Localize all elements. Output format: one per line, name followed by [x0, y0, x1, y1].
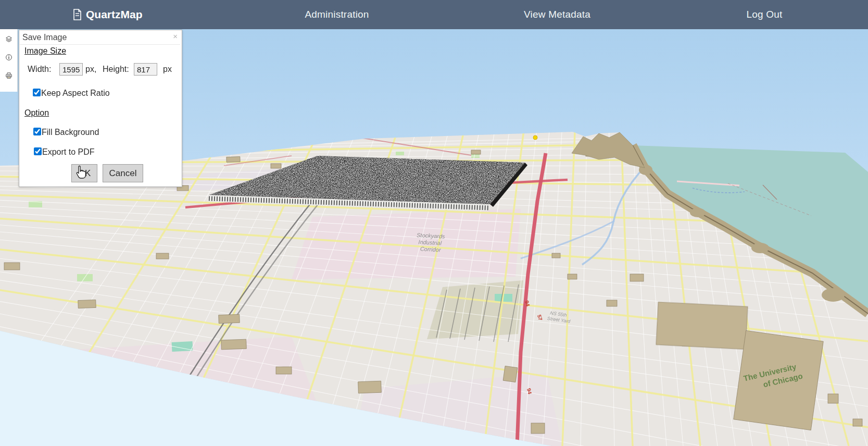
print-button[interactable] — [2, 69, 16, 82]
info-button[interactable] — [2, 51, 16, 64]
nav-log-out[interactable]: Log Out — [746, 0, 782, 29]
dialog-title: Save Image — [22, 33, 67, 42]
svg-text:Industrial: Industrial — [418, 239, 442, 246]
fill-background-checkbox[interactable] — [33, 128, 41, 135]
width-label: Width: — [28, 65, 51, 74]
ok-button[interactable]: OK — [71, 164, 97, 182]
info-icon — [5, 52, 12, 63]
toolbar-left — [0, 29, 18, 92]
nav-administration[interactable]: Administration — [305, 0, 369, 29]
image-size-heading: Image Size — [24, 46, 66, 56]
print-icon — [5, 70, 12, 81]
document-icon — [73, 9, 82, 20]
navbar: QuartzMap Administration View Metadata L… — [0, 0, 868, 29]
export-to-pdf-label: Export to PDF — [42, 147, 94, 157]
height-label: Height: — [103, 65, 129, 74]
poi-dot — [533, 135, 537, 140]
keep-aspect-ratio-checkbox[interactable] — [33, 89, 41, 96]
app-title: QuartzMap — [86, 8, 143, 21]
keep-aspect-ratio-label: Keep Aspect Ratio — [41, 89, 110, 98]
fill-background-label: Fill Background — [42, 128, 99, 137]
dialog-separator — [20, 44, 180, 45]
export-to-pdf-checkbox[interactable] — [34, 147, 42, 155]
cancel-button[interactable]: Cancel — [103, 164, 143, 182]
height-unit: px — [163, 65, 172, 74]
svg-text:Corridor: Corridor — [420, 245, 442, 253]
nav-view-metadata[interactable]: View Metadata — [524, 0, 590, 29]
layers-button[interactable] — [2, 32, 16, 46]
width-unit: px, — [85, 65, 96, 74]
option-heading: Option — [24, 108, 49, 118]
width-input[interactable] — [59, 63, 83, 76]
save-image-dialog: Save Image × Image Size Width: px, Heigh… — [19, 30, 182, 187]
layers-icon — [5, 33, 12, 45]
close-icon[interactable]: × — [173, 32, 178, 41]
height-input[interactable] — [134, 63, 157, 76]
app-brand[interactable]: QuartzMap — [73, 0, 143, 29]
